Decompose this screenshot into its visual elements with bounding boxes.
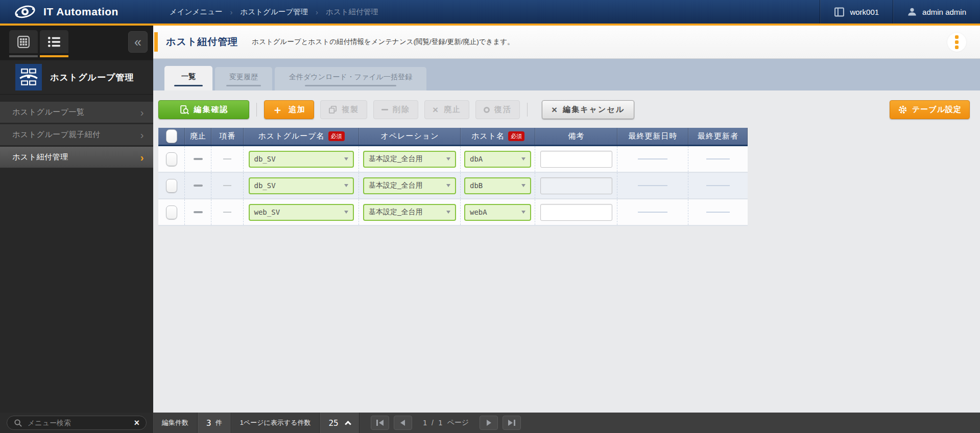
sidebar-tab-list-menu[interactable] xyxy=(40,30,68,53)
sidebar-item-hostgroup-list[interactable]: ホストグループ一覧 › xyxy=(0,102,153,123)
clear-search-icon[interactable]: × xyxy=(134,418,139,427)
sidebar-tab-grid-menu[interactable] xyxy=(9,30,38,53)
sidebar-item-label: ホストグループ一覧 xyxy=(12,107,85,117)
table-config-button[interactable]: テーブル設定 xyxy=(890,100,970,119)
host-group-select[interactable]: db_SV xyxy=(249,177,354,194)
next-page-button[interactable] xyxy=(480,416,498,430)
circle-icon xyxy=(484,107,490,113)
collapse-icon: « xyxy=(134,35,141,49)
previous-page-button[interactable] xyxy=(394,416,412,430)
chevron-down-icon xyxy=(344,157,348,161)
host-group-select[interactable]: db_SV xyxy=(249,151,354,168)
breadcrumb-hostgroup[interactable]: ホストグループ管理 xyxy=(241,7,308,17)
delete-button: 削除 xyxy=(373,100,418,119)
table-config-label: テーブル設定 xyxy=(912,105,962,115)
add-label: 追加 xyxy=(289,105,306,115)
list-menu-icon xyxy=(47,35,61,49)
header-select-all-cell xyxy=(158,128,185,145)
x-icon: × xyxy=(433,105,439,115)
app-logo[interactable]: IT Automation xyxy=(0,4,153,19)
toolbar: 編集確認 ＋ 追加 複製 削除 × 廃止 復活 xyxy=(158,100,970,119)
sidebar-search-area: × xyxy=(0,413,153,433)
edit-confirm-button[interactable]: 編集確認 xyxy=(158,100,249,119)
last-page-button[interactable] xyxy=(503,416,521,430)
edit-count-value: 3 件 xyxy=(198,413,231,433)
page-description: ホストグループとホストの紐付情報をメンテナンス(閲覧/登録/更新/廃止)できます… xyxy=(252,37,514,47)
user-icon xyxy=(907,7,917,17)
edit-cancel-button[interactable]: × 編集キャンセル xyxy=(542,100,634,119)
workspace-icon xyxy=(834,7,845,17)
tab-change-history[interactable]: 変更履歴 xyxy=(215,67,272,90)
gear-icon xyxy=(898,105,907,115)
restore-button: 復活 xyxy=(475,100,520,119)
column-header-last-updated: 最終更新日時 xyxy=(617,128,688,145)
select-all-checkbox[interactable] xyxy=(166,129,177,143)
note-input[interactable] xyxy=(540,177,612,194)
column-header-discard: 廃止 xyxy=(185,128,211,145)
user-menu[interactable]: admin admin xyxy=(893,0,980,24)
chevron-down-icon xyxy=(446,184,450,187)
title-accent-bar xyxy=(154,32,158,52)
sidebar-collapse-button[interactable]: « xyxy=(128,31,148,53)
toolbar-divider xyxy=(527,103,528,117)
chevron-down-icon xyxy=(521,157,525,161)
pagination: 1 / 1 ページ xyxy=(371,416,521,430)
operation-select[interactable]: 基本設定_全台用 xyxy=(363,177,456,194)
chevron-right-icon: › xyxy=(140,130,144,140)
item-number-placeholder-dash xyxy=(223,185,231,186)
magnifier-doc-icon xyxy=(179,105,189,115)
tab-strip: 一覧 変更履歴 全件ダウンロード・ファイル一括登録 xyxy=(153,59,980,90)
item-number-placeholder-dash xyxy=(223,212,231,213)
next-page-icon xyxy=(487,420,491,426)
breadcrumb-main-menu[interactable]: メインメニュー xyxy=(170,7,223,17)
tab-list[interactable]: 一覧 xyxy=(164,66,212,90)
row-checkbox[interactable] xyxy=(166,179,177,193)
operation-select[interactable]: 基本設定_全台用 xyxy=(363,204,456,221)
host-group-select[interactable]: web_SV xyxy=(249,204,354,221)
sidebar-item-host-link[interactable]: ホスト紐付管理 › xyxy=(0,147,153,168)
first-page-button[interactable] xyxy=(371,416,389,430)
menu-search-input[interactable] xyxy=(28,419,129,427)
vertical-dots-icon[interactable] xyxy=(947,33,966,52)
sidebar-item-label: ホストグループ親子紐付 xyxy=(12,130,101,140)
host-select[interactable]: webA xyxy=(464,204,531,221)
row-checkbox[interactable] xyxy=(166,152,177,166)
chevron-down-icon xyxy=(344,211,348,214)
note-input[interactable] xyxy=(540,151,612,168)
discard-placeholder-dash xyxy=(194,211,203,213)
app-logo-icon xyxy=(13,4,37,19)
host-select[interactable]: dbB xyxy=(464,177,531,194)
column-header-item-number: 項番 xyxy=(211,128,244,145)
workspace-name: work001 xyxy=(850,8,879,16)
column-header-host: ホスト名 必須 xyxy=(461,128,535,145)
chevron-down-icon xyxy=(521,211,525,214)
sidebar-item-label: ホスト紐付管理 xyxy=(12,152,68,162)
page-indicator: 1 / 1 ページ xyxy=(423,418,469,427)
column-header-updated-by: 最終更新者 xyxy=(688,128,748,145)
sidebar-item-hostgroup-parent-child[interactable]: ホストグループ親子紐付 › xyxy=(0,124,153,145)
edit-count-label: 編集件数 xyxy=(153,413,198,433)
column-header-operation: オペレーション xyxy=(359,128,461,145)
header-accent-bar xyxy=(0,24,980,26)
per-page-selector[interactable]: 25 xyxy=(320,413,359,433)
grid-menu-icon xyxy=(17,35,30,49)
restore-label: 復活 xyxy=(494,105,512,115)
edit-confirm-label: 編集確認 xyxy=(194,105,229,115)
workspace-selector[interactable]: work001 xyxy=(820,0,893,24)
discard-label: 廃止 xyxy=(444,105,461,115)
minus-icon xyxy=(381,109,388,110)
add-button[interactable]: ＋ 追加 xyxy=(264,100,314,119)
duplicate-label: 複製 xyxy=(342,105,359,115)
host-select[interactable]: dbA xyxy=(464,151,531,168)
sidebar-tab-strip: « xyxy=(0,26,153,60)
chevron-right-icon: › xyxy=(140,107,144,118)
app-title: IT Automation xyxy=(43,6,118,18)
note-input[interactable] xyxy=(540,204,612,221)
operation-select[interactable]: 基本設定_全台用 xyxy=(363,151,456,168)
row-checkbox[interactable] xyxy=(166,206,177,219)
column-header-host-group: ホストグループ名 必須 xyxy=(244,128,359,145)
tab-download-bulk-register[interactable]: 全件ダウンロード・ファイル一括登録 xyxy=(275,67,426,90)
required-badge: 必須 xyxy=(508,131,524,141)
duplicate-button: 複製 xyxy=(320,100,367,119)
edit-cancel-label: 編集キャンセル xyxy=(563,105,625,115)
